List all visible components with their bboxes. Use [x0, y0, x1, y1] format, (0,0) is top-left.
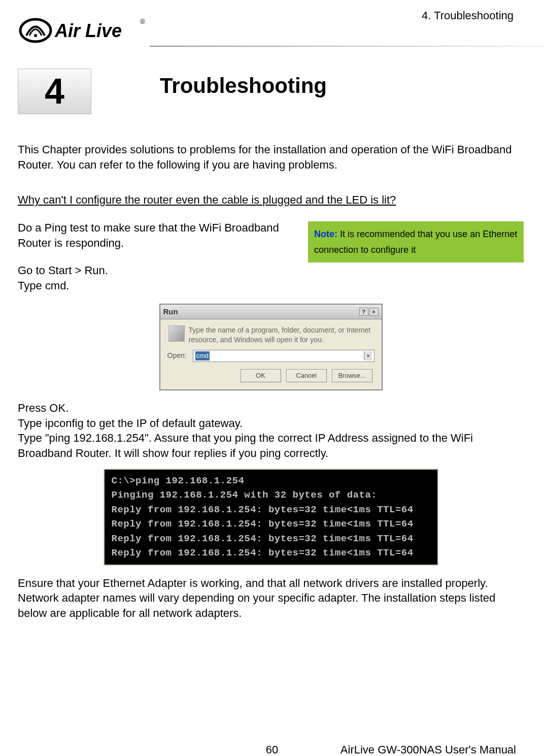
page-title: Troubleshooting — [160, 74, 327, 98]
cmd-output: C:\>ping 192.168.1.254Pinging 192.168.1.… — [104, 469, 438, 566]
svg-point-1 — [34, 34, 37, 37]
page-number: 60 — [266, 743, 278, 756]
run-title: Run — [163, 307, 178, 317]
brand-logo: Air Live ® — [15, 13, 147, 48]
open-label: Open: — [167, 351, 189, 360]
step-ping: Type "ping 192.168.1.254". Assure that y… — [18, 431, 524, 461]
note-box: Note: It is recommended that you use an … — [308, 221, 524, 262]
header-divider — [150, 46, 544, 47]
run-dialog: Run ? × Type the name of a program, fold… — [159, 304, 383, 390]
open-input[interactable]: cmd ▾ — [193, 350, 375, 362]
step-ipconfig: Type ipconfig to get the IP of default g… — [18, 416, 524, 431]
help-icon[interactable]: ? — [359, 308, 368, 316]
ok-button[interactable]: OK — [241, 369, 281, 382]
close-icon[interactable]: × — [369, 308, 379, 316]
header-section-label: 4. Troubleshooting — [422, 9, 514, 22]
step-cmd: Type cmd. — [18, 278, 524, 293]
step-run: Go to Start > Run. — [18, 263, 524, 278]
svg-text:Air Live: Air Live — [54, 20, 122, 41]
chevron-down-icon[interactable]: ▾ — [364, 351, 372, 360]
note-text: It is recommended that you use an Ethern… — [314, 229, 517, 255]
manual-name: AirLive GW-300NAS User's Manual — [341, 743, 516, 756]
run-titlebar: Run ? × — [160, 305, 382, 319]
chapter-number-box: 4 — [18, 69, 91, 114]
question-heading: Why can't I configure the router even th… — [18, 192, 524, 208]
run-app-icon — [168, 325, 185, 342]
run-description: Type the name of a program, folder, docu… — [167, 325, 375, 345]
closing-paragraph: Ensure that your Ethernet Adapter is wor… — [18, 576, 524, 621]
svg-text:®: ® — [140, 18, 145, 25]
browse-button[interactable]: Browse... — [332, 369, 372, 382]
open-input-value: cmd — [195, 351, 210, 360]
cancel-button[interactable]: Cancel — [286, 369, 327, 382]
note-label: Note: — [314, 229, 337, 239]
svg-point-0 — [20, 19, 51, 42]
chapter-number: 4 — [45, 71, 64, 112]
intro-paragraph: This Chapter provides solutions to probl… — [18, 142, 524, 172]
press-ok: Press OK. — [18, 401, 524, 416]
